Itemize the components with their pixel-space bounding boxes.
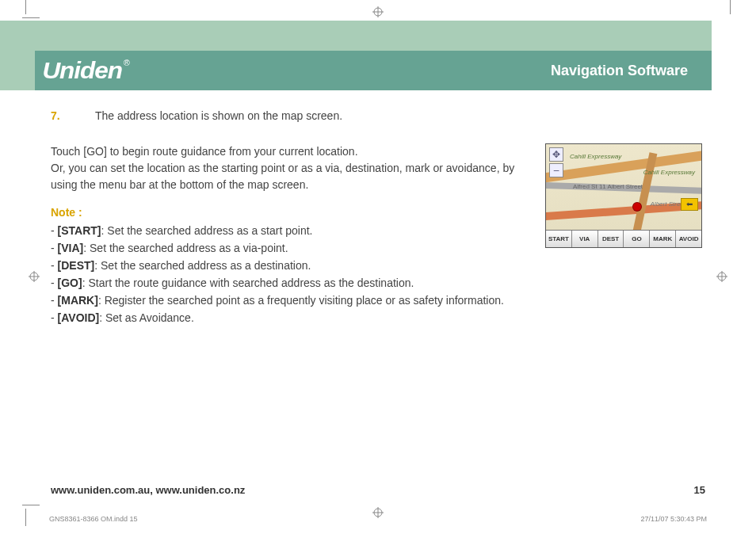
- map-toolbar-button: START: [546, 231, 572, 247]
- registration-mark-icon: [372, 6, 384, 17]
- map-toolbar-button: GO: [624, 231, 650, 247]
- footer-urls: www.uniden.com.au, www.uniden.co.nz: [51, 484, 245, 496]
- print-timestamp: 27/11/07 5:30:43 PM: [640, 515, 707, 523]
- map-road-label: Cahill Expressway: [570, 152, 621, 162]
- map-road-label: Alfred St 11 Albert Street: [573, 182, 643, 192]
- note-label: Note :: [51, 204, 529, 221]
- map-location-pin-icon: [633, 203, 641, 211]
- body-text: Touch [GO] to begin route guidance from …: [51, 143, 529, 327]
- page: Uniden ® Navigation Software 7. The addr…: [44, 21, 712, 505]
- section-title: Navigation Software: [551, 63, 688, 79]
- note-item: - [GO]: Start the route guidance with se…: [51, 275, 529, 292]
- map-canvas: Cahill Expressway Cahill Expressway Albe…: [546, 144, 701, 230]
- map-toolbar-button: DEST: [598, 231, 624, 247]
- registration-mark-icon: [716, 271, 727, 282]
- step-number: 7.: [51, 108, 65, 124]
- note-item: - [START]: Set the searched address as a…: [51, 223, 529, 239]
- registered-mark-icon: ®: [124, 59, 129, 67]
- print-file: GNS8361-8366 OM.indd 15: [49, 515, 138, 523]
- map-toolbar-button: MARK: [650, 231, 676, 247]
- step-row: 7. The address location is shown on the …: [51, 108, 705, 124]
- registration-mark-icon: [29, 271, 40, 282]
- note-list: - [START]: Set the searched address as a…: [51, 223, 529, 326]
- zoom-out-icon: –: [549, 163, 563, 177]
- map-road: [545, 147, 702, 184]
- step-text: The address location is shown on the map…: [95, 108, 342, 124]
- page-number: 15: [694, 484, 705, 496]
- map-toolbar: START VIA DEST GO MARK AVOID: [546, 230, 701, 247]
- note-item: - [MARK]: Register the searched point as…: [51, 292, 529, 309]
- note-item: - [DEST]: Set the searched address as a …: [51, 257, 529, 274]
- header-banner: Uniden ® Navigation Software: [0, 21, 712, 90]
- content-area: 7. The address location is shown on the …: [44, 90, 712, 327]
- back-arrow-icon: ⬅: [681, 198, 698, 211]
- note-item: - [VIA]: Set the searched address as a v…: [51, 240, 529, 257]
- map-toolbar-button: AVOID: [676, 231, 701, 247]
- note-item: - [AVOID]: Set as Avoidance.: [51, 310, 529, 326]
- map-road-label: Cahill Expressway: [643, 168, 695, 177]
- zoom-in-icon: ✥: [549, 147, 563, 162]
- page-footer: www.uniden.com.au, www.uniden.co.nz 15: [51, 484, 705, 496]
- header-bar: Uniden ® Navigation Software: [35, 51, 712, 90]
- body-row: Touch [GO] to begin route guidance from …: [51, 143, 705, 327]
- registration-mark-icon: [372, 507, 384, 518]
- map-screenshot: Cahill Expressway Cahill Expressway Albe…: [545, 143, 702, 248]
- brand-text: Uniden: [42, 57, 121, 84]
- brand-logo: Uniden ®: [42, 57, 128, 84]
- paragraph: Or, you can set the location as the star…: [51, 160, 529, 193]
- map-toolbar-button: VIA: [572, 231, 598, 247]
- paragraph: Touch [GO] to begin route guidance from …: [51, 143, 529, 160]
